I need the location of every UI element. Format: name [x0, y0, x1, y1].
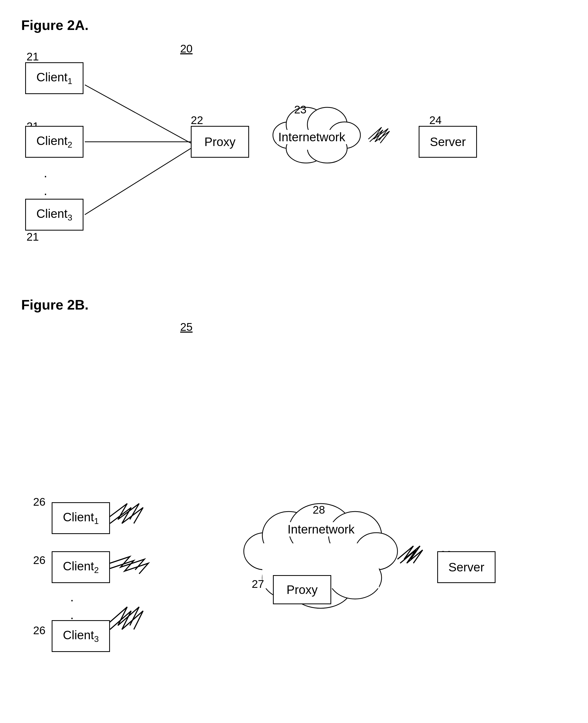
ref-26b: 26 [33, 554, 46, 566]
figure-2b-label: Figure 2B. [21, 297, 88, 313]
client1-box-2a: Client1 [25, 62, 83, 94]
server-label-2a: Server [430, 135, 466, 149]
ref-21c: 21 [26, 231, 39, 243]
client1-label-2a: Client1 [36, 70, 72, 86]
client2-box-2a: Client2 [25, 126, 83, 158]
client3-box-2b: Client3 [52, 620, 110, 652]
client1-box-2b: Client1 [52, 502, 110, 534]
internetwork-label-2b: Internetwork [286, 522, 356, 536]
client3-box-2a: Client3 [25, 199, 83, 231]
proxy-box-2b: Proxy [273, 575, 331, 604]
ref-26a: 26 [33, 496, 46, 508]
ref-23: 23 [294, 103, 307, 116]
ref-26c: 26 [33, 624, 46, 637]
server-box-2b: Server [437, 551, 496, 583]
client2-label-2a: Client2 [36, 133, 72, 150]
figure-2a-label: Figure 2A. [21, 17, 88, 33]
client3-label-2b: Client3 [63, 628, 99, 644]
server-box-2a: Server [419, 126, 477, 158]
proxy-box-2a: Proxy [191, 126, 249, 158]
proxy-label-2a: Proxy [204, 135, 235, 149]
internetwork-label-2a: Internetwork [277, 130, 346, 144]
client2-box-2b: Client2 [52, 551, 110, 583]
ref-21a: 21 [26, 50, 39, 63]
client2-label-2b: Client2 [63, 559, 99, 575]
ref-20: 20 [180, 42, 193, 55]
ref-27: 27 [252, 578, 264, 591]
ref-25: 25 [180, 321, 193, 333]
client1-label-2b: Client1 [63, 510, 99, 526]
svg-line-0 [85, 85, 191, 143]
client3-label-2a: Client3 [36, 206, 72, 223]
svg-line-2 [85, 148, 191, 215]
ref-24: 24 [429, 114, 442, 127]
proxy-label-2b: Proxy [287, 582, 318, 597]
ref-28: 28 [313, 503, 325, 516]
server-label-2b: Server [448, 560, 484, 574]
ref-22: 22 [191, 114, 203, 127]
